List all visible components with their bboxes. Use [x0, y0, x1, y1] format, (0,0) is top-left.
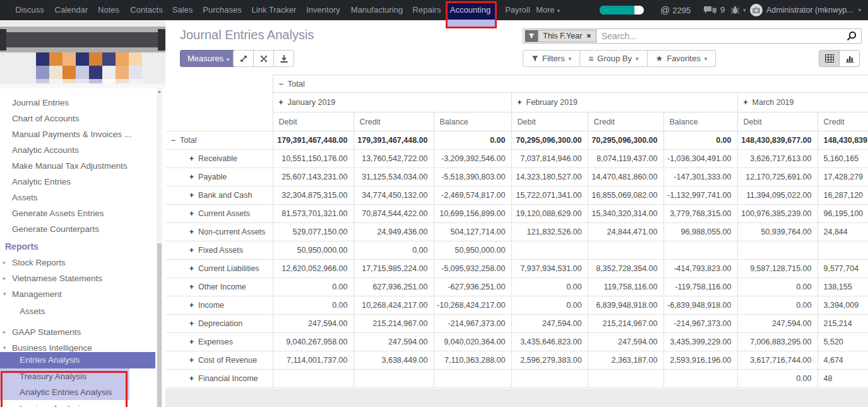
pivot-view-button[interactable]: [819, 50, 840, 67]
sidebar-item-invoices-analysis[interactable]: Invoices Analysis: [0, 401, 85, 407]
sidebar-item-assets[interactable]: Assets: [0, 190, 38, 205]
pivot-measure-credit[interactable]: Credit: [588, 112, 663, 131]
facet-remove-icon[interactable]: ✖: [586, 30, 592, 42]
pivot-value-cell: 70,295,096,300.00: [588, 131, 663, 150]
chevron-right-icon[interactable]: ▸: [3, 324, 6, 340]
sidebar-scrollbar[interactable]: ▲: [157, 88, 162, 407]
pivot-row-financial-income[interactable]: +Financial Income: [165, 370, 273, 388]
app-calendar[interactable]: Calendar: [55, 0, 88, 20]
scrollbar-thumb[interactable]: [157, 243, 162, 407]
sidebar-item-analytic-entries-analysis[interactable]: Analytic Entries Analysis: [0, 384, 129, 400]
pivot-row-receivable[interactable]: +Receivable: [165, 150, 273, 168]
arrows-icon: [259, 54, 268, 63]
search-bar[interactable]: This F.Year ✖: [523, 28, 862, 44]
pivot-value-cell: -6,839,948,918.00: [663, 296, 737, 315]
messages-counter[interactable]: 9: [703, 0, 725, 20]
sidebar-item-vietnamese-statements[interactable]: ▸Vietnamese Statements: [0, 270, 102, 286]
pivot-row-cost-of-revenue[interactable]: +Cost of Revenue: [165, 351, 273, 370]
app-discuss[interactable]: Discuss: [15, 0, 44, 20]
chevron-down-icon[interactable]: ▾: [3, 286, 6, 302]
favorites-button[interactable]: ★ Favorites▾: [647, 50, 716, 67]
chart-view-button[interactable]: [839, 50, 860, 67]
pivot-row-current-liabilities[interactable]: +Current Liabilities: [165, 260, 273, 278]
pivot-value-cell: 4,674: [817, 351, 868, 370]
pivot-row-total[interactable]: −Total: [165, 131, 273, 150]
pivot-row-non-current-assets[interactable]: +Non-current Assets: [165, 223, 273, 241]
user-menu[interactable]: Administrator (mknwyp... ▾: [766, 0, 861, 20]
pivot-row-income[interactable]: +Income: [165, 296, 273, 315]
sidebar-item-management[interactable]: ▾Management: [0, 286, 62, 302]
sidebar-item-chart-of-accounts[interactable]: Chart of Accounts: [0, 111, 80, 126]
mentions-counter[interactable]: @2295: [660, 0, 691, 20]
pivot-row-fixed-assets[interactable]: +Fixed Assets: [165, 241, 273, 260]
sidebar-item-generate-counterparts[interactable]: Generate Counterparts: [0, 221, 99, 237]
search-icon[interactable]: [846, 31, 857, 42]
sidebar-item-journal-entries[interactable]: Journal Entries: [0, 95, 69, 111]
filters-button[interactable]: Filters▾: [523, 50, 580, 67]
app-payroll[interactable]: Payroll: [505, 0, 530, 20]
app-more[interactable]: More▾: [536, 0, 560, 20]
pivot-value-cell: 31,125,534,034.00: [354, 168, 434, 186]
pivot-row-current-assets[interactable]: +Current Assets: [165, 205, 273, 223]
funnel-icon: [532, 55, 538, 62]
pivot-measure-credit[interactable]: Credit: [354, 112, 434, 131]
sidebar-item-entries-analysis[interactable]: Entries Analysis: [0, 352, 155, 368]
pivot-value-cell: -3,209,392,546.00: [434, 150, 511, 168]
pivot-value-cell: 0.00: [354, 241, 434, 260]
app-sales[interactable]: Sales: [172, 0, 193, 20]
sidebar-item-generate-assets-entries[interactable]: Generate Assets Entries: [0, 205, 104, 221]
chevron-right-icon[interactable]: ▸: [3, 255, 6, 270]
pivot-measure-debit[interactable]: Debit: [273, 112, 354, 131]
pivot-value-cell: 138,155: [817, 278, 868, 296]
app-repairs[interactable]: Repairs: [413, 0, 441, 20]
pivot-value-cell: 96,988,055.00: [663, 223, 737, 241]
pivot-value-cell: 11,394,095,022.00: [737, 186, 817, 205]
pivot-row-expenses[interactable]: +Expenses: [165, 333, 273, 351]
pivot-col-total[interactable]: −Total: [273, 75, 868, 93]
sidebar-item-assets[interactable]: Assets: [0, 303, 45, 319]
sidebar-item-make-manual-tax-adjustments[interactable]: Make Manual Tax Adjustments: [0, 158, 128, 174]
sidebar-item-stock-reports[interactable]: ▸Stock Reports: [0, 255, 66, 270]
pivot-measure-debit[interactable]: Debit: [511, 112, 588, 131]
sidebar-item-treasury-analysis[interactable]: Treasury Analysis: [0, 368, 129, 384]
pivot-row-payable[interactable]: +Payable: [165, 168, 273, 186]
app-contacts[interactable]: Contacts: [130, 0, 162, 20]
pivot-measure-balance[interactable]: Balance: [663, 112, 737, 131]
pivot-col-march-2019[interactable]: +March 2019: [737, 93, 868, 112]
app-link-tracker[interactable]: Link Tracker: [252, 0, 297, 20]
pivot-value-cell: -5,518,390,803.00: [434, 168, 511, 186]
app-purchases[interactable]: Purchases: [203, 0, 241, 20]
pivot-row-depreciation[interactable]: +Depreciation: [165, 315, 273, 333]
app-manufacturing[interactable]: Manufacturing: [351, 0, 403, 20]
measures-button[interactable]: Measures▾: [180, 50, 237, 67]
bar-chart-icon: [845, 54, 854, 63]
sidebar-item-analytic-entries[interactable]: Analytic Entries: [0, 174, 71, 190]
pivot-row-bank-and-cash[interactable]: +Bank and Cash: [165, 186, 273, 205]
sidebar-item-label: GAAP Statements: [12, 327, 81, 337]
pivot-measure-credit[interactable]: Credit: [817, 112, 868, 131]
pivot-measure-balance[interactable]: Balance: [434, 112, 511, 131]
sidebar-item-gaap-statements[interactable]: ▸GAAP Statements: [0, 324, 81, 340]
search-input[interactable]: [597, 31, 846, 41]
app-inventory[interactable]: Inventory: [306, 0, 340, 20]
avatar[interactable]: [750, 4, 763, 16]
group-by-button[interactable]: ≡ Group By▾: [580, 50, 648, 67]
scroll-up-icon[interactable]: ▲: [157, 89, 162, 94]
app-notes[interactable]: Notes: [98, 0, 119, 20]
main-content: Journal Entries Analysis Measures▾ This …: [165, 20, 868, 407]
pivot-value-cell: 10,551,150,176.00: [273, 150, 354, 168]
expand-button[interactable]: [233, 50, 254, 67]
pivot-col-february-2019[interactable]: +February 2019: [511, 93, 737, 112]
pivot-value-cell: 100,976,385,239.00: [737, 205, 817, 223]
flip-axis-button[interactable]: [253, 50, 274, 67]
pivot-value-cell: 70,874,544,422.00: [354, 205, 434, 223]
download-button[interactable]: [273, 50, 294, 67]
app-accounting[interactable]: Accounting: [450, 0, 490, 20]
pivot-col-january-2019[interactable]: +January 2019: [273, 93, 511, 112]
sidebar-item-analytic-accounts[interactable]: Analytic Accounts: [0, 142, 79, 158]
debug-menu[interactable]: ▾: [730, 0, 746, 20]
sidebar-item-manual-payments-invoices-[interactable]: Manual Payments & Invoices ...: [0, 126, 131, 142]
pivot-measure-debit[interactable]: Debit: [737, 112, 817, 131]
chevron-right-icon[interactable]: ▸: [3, 270, 6, 286]
pivot-row-other-income[interactable]: +Other Income: [165, 278, 273, 296]
